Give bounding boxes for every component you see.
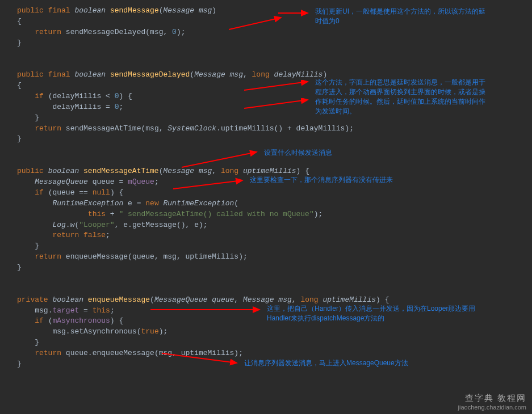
code-block-sendMessage: public final boolean sendMessage(Message… xyxy=(17,6,521,48)
svg-line-5 xyxy=(182,152,257,167)
annotation-when-send: 设置什么时候发送消息 xyxy=(264,148,332,158)
annotation-check-queue: 这里要检查一下，那个消息序列器有没有传进来 xyxy=(250,175,393,185)
watermark: 查字典 教程网 jiaocheng.chazidian.com xyxy=(458,393,526,411)
annotation-enqueue: 让消息序列器发送消息，马上进入MessageQueue方法 xyxy=(244,358,408,368)
code-block-sendMessageDelayed: public final boolean sendMessageDelayed(… xyxy=(17,70,521,145)
annotation-update-ui: 我们更新UI，一般都是使用这个方法的，所以该方法的延时值为0 xyxy=(315,7,485,26)
code-block-sendMessageAtTime: 设置什么时候发送消息 public boolean sendMessageAtT… xyxy=(17,166,521,273)
annotation-target-this: 这里，把自己（Handler）传入消息一并发送，因为在Looper那边要用Han… xyxy=(267,304,475,323)
code-block-enqueueMessage: private boolean enqueueMessage(MessageQu… xyxy=(17,295,521,370)
annotation-delayed: 这个方法，字面上的意思是延时发送消息，一般都是用于程序进入，那个动画界面切换到主… xyxy=(315,78,485,116)
